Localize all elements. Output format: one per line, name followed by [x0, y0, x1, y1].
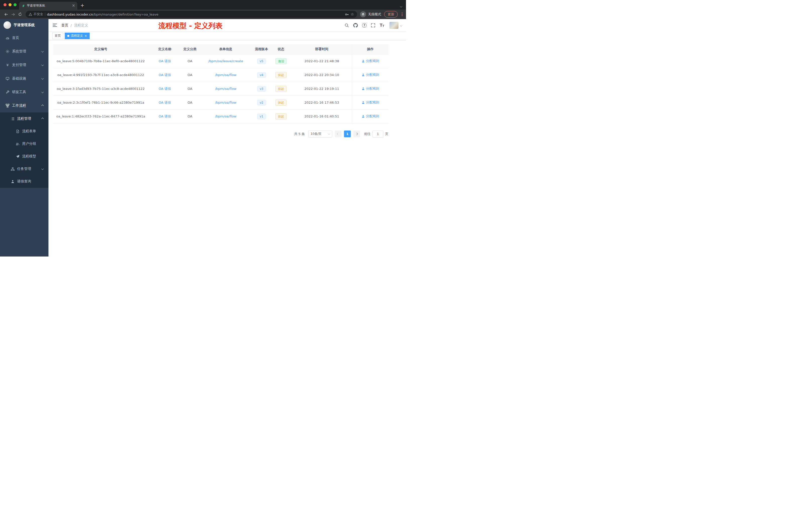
column-header-id: 定义编号 [53, 44, 148, 54]
assign-rule-button[interactable]: 分配规则 [361, 59, 379, 63]
browser-menu-kebab-icon[interactable] [401, 12, 404, 16]
traffic-light-minimize[interactable] [8, 3, 11, 6]
hamburger-icon[interactable] [53, 23, 57, 28]
person-icon [361, 73, 365, 77]
chevron-down-icon [42, 64, 44, 66]
navbar-actions: ? TT [345, 22, 402, 29]
chevron-down-icon [328, 132, 330, 135]
definitions-table: 定义编号 定义名称 定义分类 表单信息 流程版本 状态 部署时间 操作 oa_l… [53, 44, 388, 123]
url-domain: dashboard.yudao.iocoder.cn [47, 12, 93, 16]
sidebar-item-task-management[interactable]: 任务管理 [0, 163, 49, 175]
sidebar-item-infrastructure[interactable]: 基础设施 [0, 72, 49, 85]
sidebar-item-label: 流程模型 [22, 154, 36, 159]
user-menu[interactable] [389, 22, 402, 29]
sidebar-item-label: 任务管理 [17, 167, 31, 171]
sidebar-item-label: 研发工具 [12, 90, 26, 94]
column-header-actions: 操作 [352, 44, 388, 54]
tab-title: 芋道管理系统 [27, 3, 70, 8]
forward-button[interactable] [9, 11, 17, 18]
definition-name-link[interactable]: OA 请假 [159, 87, 171, 91]
breadcrumb-home[interactable]: 首页 [61, 23, 68, 28]
version-tag: v1 [257, 114, 266, 119]
sidebar-item-payment[interactable]: ¥ 支付管理 [0, 58, 49, 72]
help-icon[interactable]: ? [362, 23, 367, 28]
reload-button[interactable] [17, 11, 24, 18]
sidebar-item-home[interactable]: 首页 [0, 31, 49, 45]
tab-search-chevron-icon[interactable] [400, 4, 402, 8]
page-content: 定义编号 定义名称 定义分类 表单信息 流程版本 状态 部署时间 操作 oa_l… [49, 40, 406, 138]
page-size-select[interactable]: 10条/页 [308, 130, 332, 138]
traffic-light-close[interactable] [3, 3, 6, 6]
definition-name-link[interactable]: OA 请假 [159, 115, 171, 118]
form-link[interactable]: /bpm/oa/flow [215, 115, 236, 118]
definition-name-link[interactable]: OA 请假 [159, 73, 171, 77]
chevron-up-icon [42, 105, 44, 107]
goto-page-input[interactable] [372, 130, 383, 138]
app-shell: 芋道管理系统 首页 系统管理 ¥ 支付管理 基础设施 [0, 19, 406, 256]
update-button[interactable]: 更新 [384, 11, 398, 18]
page-number-button[interactable]: 1 [344, 130, 351, 137]
sidebar-item-devtools[interactable]: 研发工具 [0, 85, 49, 99]
key-icon[interactable] [345, 12, 349, 17]
definition-name-link[interactable]: OA 请假 [159, 101, 171, 104]
next-page-button[interactable] [353, 130, 360, 137]
sidebar: 芋道管理系统 首页 系统管理 ¥ 支付管理 基础设施 [0, 19, 49, 256]
total-count-label: 共 5 条 [294, 132, 305, 136]
cell-category: OA [181, 82, 199, 96]
assign-rule-button[interactable]: 分配规则 [361, 86, 379, 91]
chevron-down-icon [42, 51, 44, 53]
caret-down-icon [400, 23, 402, 28]
cell-category: OA [181, 110, 199, 123]
browser-tab-strip: 芋道管理系统 × + [0, 0, 406, 9]
prev-page-button[interactable] [335, 130, 342, 137]
sidebar-item-system[interactable]: 系统管理 [0, 45, 49, 58]
dashboard-icon [5, 36, 9, 40]
sidebar-item-user-groups[interactable]: 用户分组 [0, 138, 49, 150]
sidebar-item-label: 流程表单 [22, 129, 36, 133]
tag-process-definition[interactable]: 流程定义 × [65, 33, 90, 39]
sidebar-item-workflow[interactable]: 工作流程 [0, 99, 49, 113]
bookmark-star-icon[interactable]: ☆ [351, 12, 354, 16]
browser-tab[interactable]: 芋道管理系统 × [19, 2, 77, 9]
assign-rule-button[interactable]: 分配规则 [361, 114, 379, 118]
form-link[interactable]: /bpm/oa/flow [215, 101, 236, 104]
sidebar-item-process-forms[interactable]: 流程表单 [0, 125, 49, 138]
tag-label: 首页 [55, 34, 61, 38]
sidebar-item-process-models[interactable]: 流程模型 [0, 150, 49, 163]
new-tab-button[interactable]: + [80, 3, 84, 8]
cell-category: OA [181, 68, 199, 82]
version-tag: v4 [257, 72, 266, 78]
person-icon [361, 101, 365, 104]
search-icon[interactable] [345, 23, 349, 28]
yen-icon: ¥ [5, 63, 9, 67]
definition-name-link[interactable]: OA 请假 [159, 59, 171, 63]
tag-close-icon[interactable]: × [84, 34, 87, 37]
document-icon [16, 129, 20, 133]
traffic-light-zoom[interactable] [13, 3, 17, 6]
sidebar-item-process-management[interactable]: 流程管理 [0, 113, 49, 125]
sidebar-item-label: 用户分组 [22, 142, 36, 146]
security-label: 不安全 [33, 12, 43, 17]
not-secure-indicator[interactable]: 不安全 [29, 12, 43, 17]
status-badge: 激活 [276, 58, 287, 64]
form-link[interactable]: /bpm/oa/leave/create [208, 59, 243, 63]
url-divider [45, 12, 45, 16]
assign-rule-button[interactable]: 分配规则 [361, 72, 379, 77]
font-size-icon[interactable]: TT [380, 23, 384, 27]
table-row: oa_leave:4:991f2193-7b7f-11ec-a3c8-acde4… [53, 68, 388, 82]
tag-label: 流程定义 [71, 34, 83, 38]
monitor-icon [5, 77, 9, 81]
person-icon [361, 87, 365, 90]
form-link[interactable]: /bpm/oa/flow [215, 73, 236, 77]
tab-close-icon[interactable]: × [72, 4, 75, 7]
fullscreen-icon[interactable] [371, 23, 375, 28]
avatar[interactable] [389, 22, 399, 29]
assign-rule-button[interactable]: 分配规则 [361, 100, 379, 105]
tag-home[interactable]: 首页 [52, 33, 63, 39]
back-button[interactable] [2, 11, 9, 18]
form-link[interactable]: /bpm/oa/flow [215, 87, 236, 91]
sidebar-item-label: 首页 [12, 36, 19, 40]
address-bar[interactable]: 不安全 dashboard.yudao.iocoder.cn/bpm/manag… [26, 11, 357, 18]
github-icon[interactable] [353, 23, 358, 28]
sidebar-item-leave-query[interactable]: 请假查询 [0, 175, 49, 188]
